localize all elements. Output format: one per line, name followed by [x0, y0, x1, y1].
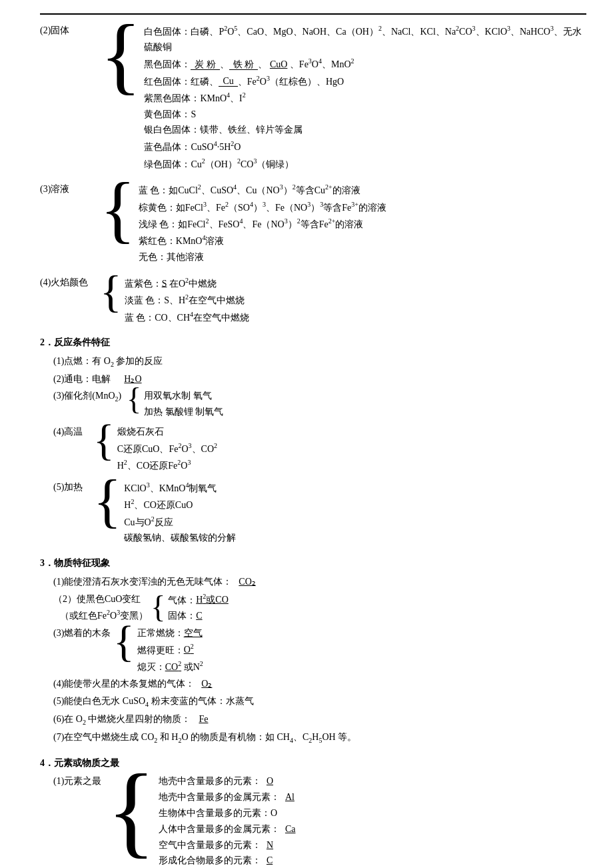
section3-title: 3．物质特征现象 [40, 555, 586, 571]
s2-hightemp-brace: { [93, 424, 115, 457]
s2-heating-line3: Cu与O2反应 [124, 513, 586, 530]
s3-item3-brace: { [113, 625, 135, 658]
s3-item7: (7)在空气中燃烧生成 CO2 和 H2O 的物质是有机物：如 CH4、C2H5… [53, 729, 586, 746]
page: (2)固体 { 白色固体：白磷、P2O5、CaO、MgO、NaOH、Ca（OH）… [40, 13, 586, 868]
s2-catalyst-line1: 用双氧水制 氧气 [144, 388, 586, 404]
solid-line-green: 绿色固体：Cu2（OH）2CO3（铜绿） [144, 155, 586, 172]
solid-line-blue-crystal: 蓝色晶体：CuSO4·5H2O [144, 138, 586, 155]
solid-line-black: 黑色固体：炭 粉、铁 粉、 CuO 、Fe3O4、MnO2 [144, 55, 586, 72]
solid-label: (2)固体 [40, 23, 100, 39]
s3-item4: (4)能使带火星的木条复燃的气体：O₂ [53, 676, 586, 692]
section2-title-text: 2．反应条件特征 [40, 337, 110, 347]
s3-item2-content: 气体：H2或CO 固体：C [168, 591, 586, 624]
s2-heating-label: (5)加热 [53, 479, 93, 495]
s2-heating-line4: 碳酸氢钠、碳酸氢铵的分解 [124, 530, 586, 546]
solution-brown: 棕黄色：如FeCl3、Fe2（SO4）3、Fe（NO3）3等含Fe3+的溶液 [139, 199, 586, 215]
s4-element-brace-symbol: { [107, 773, 156, 847]
section3-title-text: 3．物质特征现象 [40, 558, 110, 568]
s3-item3-content: 正常燃烧：空气 燃得更旺：O2 熄灭：CO2 或N2 [137, 625, 586, 675]
flame-blue: 蓝 色：CO、CH4在空气中燃烧 [125, 309, 586, 325]
solid-line-yellow: 黄色固体：S [144, 107, 586, 123]
s2-catalyst-line2: 加热 氯酸锂 制氧气 [144, 404, 586, 420]
s2-hightemp-content: 煅烧石灰石 C还原CuO、Fe2O3、CO2 H2、CO还原Fe2O3 [117, 424, 586, 474]
flame-brace-symbol: { [100, 275, 122, 308]
solid-section: (2)固体 { 白色固体：白磷、P2O5、CaO、MgO、NaOH、Ca（OH）… [40, 23, 586, 172]
s3-item3-normal: 正常燃烧：空气 [137, 625, 586, 641]
s4-el-5: 空气中含量最多的元素：N [159, 837, 586, 853]
s2-hightemp-label-text: (4)高温 [53, 427, 83, 437]
s3-item2-prefix2-text: （或红色Fe2O3变黑） [60, 607, 148, 623]
solid-brace: { [100, 23, 141, 88]
solution-light-green: 浅绿 色：如FeCl2、FeSO4、Fe（NO3）2等含Fe2+的溶液 [139, 215, 586, 232]
s2-heating-brace-symbol: { [93, 479, 121, 523]
solution-blue: 蓝 色：如CuCl2、CuSO4、Cu（NO3）2等含Cu2+的溶液 [139, 181, 586, 198]
s2-catalyst-row: (3)催化剂(MnO2) { 用双氧水制 氧气 加热 氯酸锂 制氧气 [53, 388, 586, 420]
s2-catalyst-brace: { [127, 388, 141, 411]
flame-content: 蓝紫色：S 在O2中燃烧 淡蓝 色：S、H2在空气中燃烧 蓝 色：CO、CH4在… [125, 275, 586, 325]
s2-catalyst-brace-symbol: { [127, 388, 141, 411]
solid-line-silver: 银白色固体：镁带、铁丝、锌片等金属 [144, 122, 586, 138]
s3-item6: (6)在 O2 中燃烧火星四射的物质：Fe [53, 711, 586, 728]
s3-item1: (1)能使澄清石灰水变浑浊的无色无味气体：CO₂ [53, 574, 586, 590]
solid-line-red: 红色固体：红磷、Cu、Fe2O3（红棕色）、HgO [144, 73, 586, 89]
s3-item2-prefix-text: （2）使黑色CuO变红 [53, 591, 148, 607]
solution-content: 蓝 色：如CuCl2、CuSO4、Cu（NO3）2等含Cu2+的溶液 棕黄色：如… [139, 181, 586, 265]
s4-element-row: (1)元素之最 { 地壳中含量最多的元素：O 地壳中含量最多的金属元素：Al 生… [53, 773, 586, 868]
s2-hightemp-line1: 煅烧石灰石 [117, 424, 586, 440]
s3-item3-label: (3)燃着的木条 [53, 625, 113, 641]
s2-hightemp-brace-symbol: { [93, 424, 115, 457]
section4: 4．元素或物质之最 (1)元素之最 { 地壳中含量最多的元素：O 地壳中含量最多… [40, 755, 586, 868]
s2-heating-label-text: (5)加热 [53, 482, 83, 492]
s4-element-content: 地壳中含量最多的元素：O 地壳中含量最多的金属元素：Al 生物体中含量最多的元素… [159, 773, 586, 868]
solution-label: (3)溶液 [40, 181, 100, 197]
solid-label-text: (2)固体 [40, 25, 69, 35]
flame-section: (4)火焰颜色 { 蓝紫色：S 在O2中燃烧 淡蓝 色：S、H2在空气中燃烧 蓝… [40, 275, 586, 325]
flame-label-text: (4)火焰颜色 [40, 277, 88, 287]
s3-item2-gas: 气体：H2或CO [168, 591, 586, 608]
s4-el-4: 人体中含量最多的金属元素：Ca [159, 821, 586, 837]
flame-light-blue: 淡蓝 色：S、H2在空气中燃烧 [125, 291, 586, 308]
solution-brace-symbol: { [100, 181, 136, 237]
flame-label: (4)火焰颜色 [40, 275, 100, 291]
s3-item3-label-text: (3)燃着的木条 [53, 628, 111, 638]
s4-element-label: (1)元素之最 [53, 773, 107, 789]
s4-el-2: 地壳中含量最多的金属元素：Al [159, 789, 586, 805]
solution-brace: { [100, 181, 136, 237]
solid-brace-symbol: { [100, 23, 141, 88]
s3-item3-extinguish: 熄灭：CO2 或N2 [137, 658, 586, 675]
s2-heating-line1: KClO3、KMnO4制氧气 [124, 479, 586, 496]
s3-item2-solid: 固体：C [168, 608, 586, 624]
s2-heating-brace: { [93, 479, 121, 523]
solid-line-purpleblack: 紫黑色固体：KMnO4、I2 [144, 89, 586, 106]
s3-item2-brace-symbol: { [151, 596, 165, 619]
s2-catalyst-label-text: (3)催化剂(MnO2) [53, 391, 121, 401]
solid-content: 白色固体：白磷、P2O5、CaO、MgO、NaOH、Ca（OH）2、NaCl、K… [144, 23, 586, 172]
s2-catalyst-label: (3)催化剂(MnO2) [53, 388, 127, 405]
flame-brace: { [100, 275, 122, 308]
solution-row: (3)溶液 { 蓝 色：如CuCl2、CuSO4、Cu（NO3）2等含Cu2+的… [40, 181, 586, 265]
section2: 2．反应条件特征 (1)点燃：有 O2 参加的反应 (2)通电：电解H₂O (3… [40, 335, 586, 546]
s2-hightemp-line2: C还原CuO、Fe2O3、CO2 [117, 440, 586, 457]
s4-element-brace: { [107, 773, 156, 847]
solution-section: (3)溶液 { 蓝 色：如CuCl2、CuSO4、Cu（NO3）2等含Cu2+的… [40, 181, 586, 265]
solution-purple: 紫红色：KMnO4溶液 [139, 232, 586, 249]
flame-row: (4)火焰颜色 { 蓝紫色：S 在O2中燃烧 淡蓝 色：S、H2在空气中燃烧 蓝… [40, 275, 586, 325]
s2-hightemp-line3: H2、CO还原Fe2O3 [117, 457, 586, 473]
s2-point-fire: (1)点燃：有 O2 参加的反应 [53, 353, 586, 370]
s2-heating-content: KClO3、KMnO4制氧气 H2、CO还原CuO Cu与O2反应 碳酸氢钠、碳… [124, 479, 586, 546]
s2-hightemp-label: (4)高温 [53, 424, 93, 440]
solution-label-text: (3)溶液 [40, 184, 69, 194]
s2-heating-line2: H2、CO还原CuO [124, 496, 586, 513]
section3: 3．物质特征现象 (1)能使澄清石灰水变浑浊的无色无味气体：CO₂ （2）使黑色… [40, 555, 586, 746]
solid-row: (2)固体 { 白色固体：白磷、P2O5、CaO、MgO、NaOH、Ca（OH）… [40, 23, 586, 172]
flame-blue-purple: 蓝紫色：S 在O2中燃烧 [125, 275, 586, 291]
s2-heating-row: (5)加热 { KClO3、KMnO4制氧气 H2、CO还原CuO Cu与O2反… [53, 479, 586, 546]
s2-catalyst-content: 用双氧水制 氧气 加热 氯酸锂 制氧气 [144, 388, 586, 420]
s4-el-1: 地壳中含量最多的元素：O [159, 773, 586, 789]
s3-item3-brighter: 燃得更旺：O2 [137, 641, 586, 658]
s3-item3-row: (3)燃着的木条 { 正常燃烧：空气 燃得更旺：O2 熄灭：CO2 或N2 [53, 625, 586, 675]
s4-element-label-text: (1)元素之最 [53, 776, 101, 786]
s4-el-3: 生物体中含量最多的元素：O [159, 805, 586, 821]
s2-hightemp-row: (4)高温 { 煅烧石灰石 C还原CuO、Fe2O3、CO2 H2、CO还原Fe… [53, 424, 586, 474]
solution-colorless: 无色：其他溶液 [139, 249, 586, 265]
